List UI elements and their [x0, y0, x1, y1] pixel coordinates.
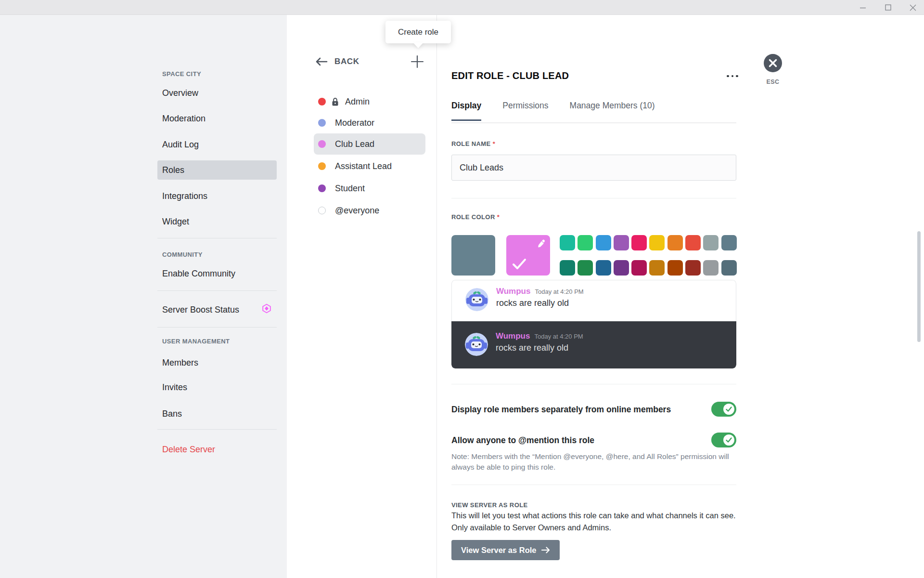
sidebar-item-bans[interactable]: Bans: [157, 404, 277, 423]
sidebar-divider: [157, 327, 277, 328]
tooltip-arrow: [413, 42, 424, 48]
server-name-header: SPACE CITY: [162, 70, 277, 78]
role-list-item-moderator[interactable]: Moderator: [314, 112, 425, 133]
palette-swatch[interactable]: [614, 235, 629, 250]
role-list-item-everyone[interactable]: @everyone: [314, 200, 425, 221]
back-label: BACK: [334, 57, 359, 66]
close-settings-button[interactable]: [764, 54, 782, 72]
role-color-dot: [318, 184, 326, 192]
sidebar-item-invites[interactable]: Invites: [157, 378, 277, 397]
palette-swatch[interactable]: [614, 260, 629, 276]
server-boost-icon: [261, 303, 272, 316]
tab-display[interactable]: Display: [451, 101, 481, 121]
palette-swatch[interactable]: [685, 235, 701, 250]
discord-server-settings: SPACE CITY Overview Moderation Audit Log…: [0, 0, 924, 578]
palette-swatch[interactable]: [596, 235, 611, 250]
custom-color-swatch-selected[interactable]: [506, 235, 550, 276]
sidebar-item-moderation[interactable]: Moderation: [157, 109, 277, 128]
tab-manage-members[interactable]: Manage Members (10): [570, 101, 655, 121]
palette-swatch[interactable]: [596, 260, 611, 276]
sidebar-item-audit-log[interactable]: Audit Log: [157, 135, 277, 154]
plus-icon: [411, 55, 424, 68]
role-name-label: ROLE NAME *: [451, 140, 495, 147]
back-arrow-icon: [315, 57, 328, 66]
role-name: @everyone: [335, 206, 379, 216]
role-list-item-club-lead[interactable]: Club Lead: [314, 133, 425, 155]
palette-swatch[interactable]: [578, 235, 593, 250]
close-window-icon[interactable]: [906, 1, 920, 14]
minimize-icon[interactable]: [856, 1, 870, 14]
role-list-item-assistant-lead[interactable]: Assistant Lead: [314, 156, 425, 177]
palette-swatch[interactable]: [703, 235, 719, 250]
preview-username: Wumpus: [496, 331, 530, 341]
sidebar-divider: [157, 429, 277, 430]
preview-message-dark: Wumpus Today at 4:20 PM rocks are really…: [451, 321, 736, 368]
palette-swatch[interactable]: [721, 260, 737, 276]
role-list-item-admin[interactable]: Admin: [314, 91, 425, 112]
palette-swatch[interactable]: [649, 235, 665, 250]
toggle-allow-mention[interactable]: [711, 433, 736, 447]
preview-message-text: rocks are really old: [496, 343, 583, 353]
sidebar-item-roles[interactable]: Roles: [157, 160, 277, 180]
sidebar-item-members[interactable]: Members: [157, 353, 277, 372]
selected-check-icon: [512, 258, 526, 272]
window-titlebar: [0, 0, 924, 15]
preview-message-light: Wumpus Today at 4:20 PM rocks are really…: [451, 280, 736, 321]
palette-swatch[interactable]: [560, 260, 575, 276]
sidebar-divider: [157, 238, 277, 238]
community-header: COMMUNITY: [162, 251, 277, 258]
sidebar-item-server-boost-status[interactable]: Server Boost Status: [157, 300, 277, 319]
palette-swatch[interactable]: [667, 260, 683, 276]
create-role-tooltip: Create role: [385, 21, 451, 43]
palette-swatch[interactable]: [685, 260, 701, 276]
sidebar-item-overview[interactable]: Overview: [157, 83, 277, 103]
toggle-display-separately[interactable]: [711, 402, 736, 417]
palette-swatch[interactable]: [631, 235, 647, 250]
maximize-icon[interactable]: [881, 1, 895, 14]
sidebar-item-enable-community[interactable]: Enable Community: [157, 264, 277, 283]
esc-label: ESC: [764, 79, 782, 85]
view-server-as-role-button-label: View Server as Role: [461, 546, 537, 555]
server-boost-label: Server Boost Status: [162, 305, 239, 315]
role-color-preview: Wumpus Today at 4:20 PM rocks are really…: [451, 280, 736, 368]
close-icon: [769, 59, 777, 67]
color-palette-grid: [560, 235, 737, 276]
palette-swatch[interactable]: [560, 235, 575, 250]
role-color-dot: [318, 162, 326, 170]
palette-swatch[interactable]: [703, 260, 719, 276]
view-server-as-role-header: VIEW SERVER AS ROLE: [451, 501, 528, 509]
preview-timestamp: Today at 4:20 PM: [535, 288, 583, 295]
sidebar-divider: [157, 290, 277, 291]
tab-bar: Display Permissions Manage Members (10): [451, 101, 655, 121]
settings-sidebar: SPACE CITY Overview Moderation Audit Log…: [0, 15, 287, 578]
sidebar-item-integrations[interactable]: Integrations: [157, 186, 277, 206]
role-name-input[interactable]: [451, 155, 736, 181]
scrollbar[interactable]: [917, 231, 921, 342]
sidebar-item-delete-server[interactable]: Delete Server: [157, 440, 277, 459]
default-color-swatch[interactable]: [451, 235, 495, 276]
toggle-label-allow-mention: Allow anyone to @mention this role: [451, 435, 594, 446]
role-list-item-student[interactable]: Student: [314, 178, 425, 199]
more-options-icon[interactable]: [724, 70, 741, 82]
view-server-as-role-button[interactable]: View Server as Role: [451, 540, 560, 560]
palette-swatch[interactable]: [578, 260, 593, 276]
section-divider: [451, 198, 736, 198]
role-color-dot: [318, 98, 326, 105]
avatar: [465, 288, 488, 311]
preview-timestamp: Today at 4:20 PM: [534, 333, 583, 340]
role-color-dot: [318, 140, 326, 148]
sidebar-item-widget[interactable]: Widget: [157, 212, 277, 231]
palette-swatch[interactable]: [721, 235, 737, 250]
palette-swatch[interactable]: [649, 260, 665, 276]
user-management-header: USER MANAGEMENT: [162, 338, 277, 345]
role-name: Club Lead: [335, 139, 374, 149]
role-name: Assistant Lead: [335, 161, 392, 171]
preview-message-text: rocks are really old: [496, 298, 584, 308]
palette-swatch[interactable]: [631, 260, 647, 276]
tab-permissions[interactable]: Permissions: [502, 101, 548, 121]
back-button[interactable]: BACK: [315, 57, 359, 66]
toggle-knob: [723, 434, 734, 446]
palette-swatch[interactable]: [667, 235, 683, 250]
create-role-button[interactable]: [410, 54, 424, 69]
role-name: Admin: [345, 97, 370, 107]
